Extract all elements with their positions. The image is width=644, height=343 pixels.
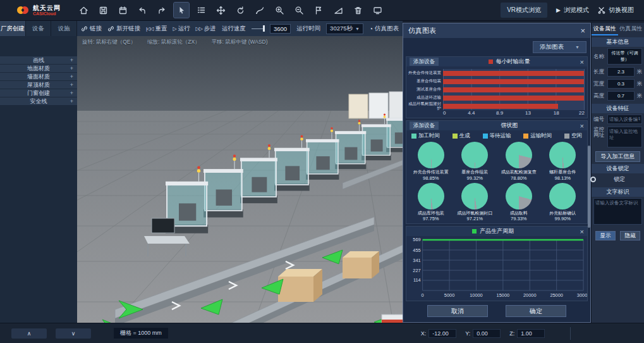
run-speed-slider[interactable] xyxy=(252,25,264,32)
tab-厂房创建[interactable]: 厂房创建 xyxy=(0,21,26,36)
bar-axis-labels: 外壳合件传送装置基座合件组装测试基座合件成品进环运输成品环氧树脂灌封护 xyxy=(408,69,443,110)
cancel-button[interactable]: 取消 xyxy=(427,305,488,317)
link-button[interactable]: 链接 xyxy=(81,25,102,33)
legend-item: 空闲 xyxy=(564,132,582,140)
ramp-icon[interactable] xyxy=(331,3,346,18)
new-link-button[interactable]: 新开链接 xyxy=(107,25,140,33)
speed-value-box[interactable]: 3600 xyxy=(270,24,291,34)
home-icon[interactable] xyxy=(76,3,91,18)
pie-cell: 成品环氧检测封口97.21% xyxy=(453,183,497,222)
legend-swatch xyxy=(472,229,477,234)
layer-up-button[interactable]: ∧ xyxy=(11,328,47,339)
left-sidebar: 画线+地面材质+墙面材质+屋顶材质+门窗创建+安全线+ xyxy=(0,36,77,323)
section-basic-info: 基本信息 xyxy=(592,37,644,47)
show-button[interactable]: 显示 xyxy=(595,231,616,240)
rotate-icon[interactable] xyxy=(233,3,248,18)
switch-view-button[interactable]: 切换视图 xyxy=(598,6,634,15)
sidebar-item-门窗创建[interactable]: 门窗创建+ xyxy=(0,89,77,97)
text-label-input[interactable] xyxy=(593,198,642,225)
x-tick: 4.4 xyxy=(468,110,475,116)
add-chart-button[interactable]: 添加图表 ▼ xyxy=(533,41,586,53)
reset-button[interactable]: |◁◁ 重置 xyxy=(146,25,167,33)
x-tick: 22 xyxy=(579,110,585,116)
section-device-feature: 设备特征 xyxy=(592,104,644,113)
add-device-button[interactable]: 添加设备 xyxy=(410,122,439,130)
length-value[interactable]: 2.3 xyxy=(607,67,635,77)
expand-icon[interactable]: + xyxy=(70,65,73,72)
flag-icon[interactable] xyxy=(311,3,326,18)
undo-icon[interactable] xyxy=(135,3,150,18)
sim-chart-button[interactable]: ◔ 仿真图表 xyxy=(369,25,399,33)
scrollbar[interactable] xyxy=(588,146,590,228)
close-icon[interactable]: × xyxy=(580,122,584,130)
close-icon[interactable]: × xyxy=(580,58,584,66)
expand-icon[interactable]: + xyxy=(70,73,73,80)
monitor-url-input[interactable] xyxy=(607,127,642,147)
expand-icon[interactable]: + xyxy=(70,98,73,104)
coord-z: Z: 1.00 xyxy=(509,329,545,338)
runtime-select[interactable]: 30275秒 ▼ xyxy=(326,23,363,34)
slider-handle[interactable] xyxy=(263,25,265,32)
bar-category-label: 成品进环运输 xyxy=(408,94,443,102)
confirm-button[interactable]: 确定 xyxy=(506,305,566,317)
run-button[interactable]: ▷ 运行 xyxy=(173,25,190,33)
vr-mode-button[interactable]: VR模式浏览 xyxy=(501,3,547,18)
top-toolbar: 航天云网 CASICloud VR模式浏览 ▶ 浏览模式 切换视图 xyxy=(0,0,644,21)
svg-text:25000: 25000 xyxy=(550,292,563,298)
zoom-in-icon[interactable] xyxy=(272,3,287,18)
save-icon[interactable] xyxy=(95,3,111,18)
list-icon[interactable] xyxy=(193,3,209,18)
close-icon[interactable]: × xyxy=(580,27,585,35)
logo-icon xyxy=(15,4,30,16)
sidebar-item-画线[interactable]: 画线+ xyxy=(0,56,77,65)
coord-y-value[interactable]: 0.00 xyxy=(473,329,501,338)
grid-size-label: 栅格 = 1000 mm xyxy=(114,328,168,339)
tab-仿真属性[interactable]: 仿真属性 xyxy=(618,23,644,35)
coord-x-value[interactable]: -12.00 xyxy=(428,329,456,338)
pie-cell: 外壳合件传送装置98.85% xyxy=(409,142,453,181)
layer-down-button[interactable]: ∨ xyxy=(56,328,91,339)
svg-text:10000: 10000 xyxy=(470,292,483,298)
name-row: 名称 传送带（可调整） xyxy=(592,47,644,66)
zoom-out-icon[interactable] xyxy=(291,3,307,18)
move-icon[interactable] xyxy=(213,3,228,18)
height-value[interactable]: 0.7 xyxy=(607,91,635,101)
pie-cell: 基座合件组装99.32% xyxy=(453,142,497,181)
hide-button[interactable]: 隐藏 xyxy=(620,231,640,240)
delete-icon[interactable] xyxy=(350,3,365,18)
expand-icon[interactable]: + xyxy=(70,57,73,63)
coord-z-value[interactable]: 1.00 xyxy=(517,329,545,338)
expand-icon[interactable]: + xyxy=(70,82,73,88)
cursor-icon[interactable] xyxy=(174,3,189,18)
bar-chart-title: 每小时输出量 xyxy=(442,58,577,66)
width-value[interactable]: 0.3 xyxy=(607,79,635,89)
x-tick: 0 xyxy=(443,110,446,116)
device-code-input[interactable] xyxy=(607,115,642,124)
draw-icon[interactable] xyxy=(252,3,267,18)
pie-chart xyxy=(506,142,532,168)
browse-mode-button[interactable]: ▶ 浏览模式 xyxy=(556,6,589,15)
sidebar-item-墙面材质[interactable]: 墙面材质+ xyxy=(0,73,77,81)
redo-icon[interactable] xyxy=(154,3,169,18)
sidebar-item-地面材质[interactable]: 地面材质+ xyxy=(0,65,77,73)
sidebar-item-安全线[interactable]: 安全线+ xyxy=(0,97,77,106)
pie-chart xyxy=(506,183,532,209)
close-icon[interactable]: × xyxy=(580,228,584,235)
screen-icon[interactable] xyxy=(370,3,385,18)
expand-icon[interactable]: + xyxy=(70,90,73,96)
import-process-button[interactable]: 导入加工信息 xyxy=(595,151,640,162)
logo-subtitle: CASICloud xyxy=(33,11,61,16)
tab-设备[interactable]: 设备 xyxy=(26,21,52,36)
tab-设施[interactable]: 设施 xyxy=(51,21,77,36)
sidebar-item-屋顶材质[interactable]: 屋顶材质+ xyxy=(0,81,77,89)
schedule-icon[interactable] xyxy=(115,3,130,18)
add-device-button[interactable]: 添加设备 xyxy=(410,58,439,66)
lock-radio[interactable] xyxy=(590,177,596,182)
bar xyxy=(443,96,584,101)
coord-y: Y: 0.00 xyxy=(465,329,501,338)
monitor-row: 监控网址 xyxy=(592,125,644,149)
step-button[interactable]: ▷▷ 步进 xyxy=(196,25,216,33)
bar xyxy=(443,71,584,76)
tab-设备属性[interactable]: 设备属性 xyxy=(592,23,618,35)
bar-category-label: 测试基座合件 xyxy=(408,85,443,94)
